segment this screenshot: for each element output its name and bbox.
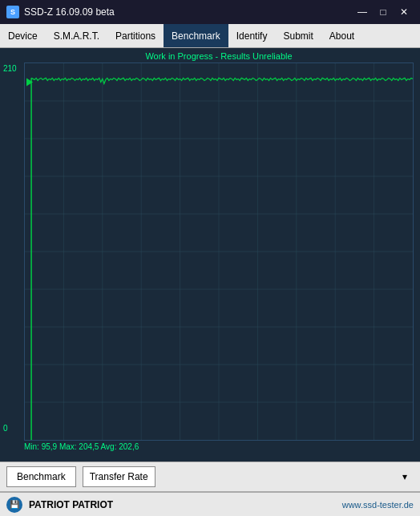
menu-item-about[interactable]: About [321,24,362,47]
menu-item-partitions[interactable]: Partitions [107,24,164,47]
chart-container: Work in Progress - Results Unreliable [0,48,420,462]
title-bar: S SSD-Z 16.09.09 beta — □ ✕ [0,0,420,24]
benchmark-button[interactable]: Benchmark [6,466,76,487]
chart-title: Work in Progress - Results Unreliable [24,51,414,61]
website-link: www.ssd-tester.de [342,500,414,510]
status-bar: 💾 PATRIOT PATRIOT www.ssd-tester.de [0,492,420,516]
menu-item-submit[interactable]: Submit [275,24,321,47]
bottom-toolbar: Benchmark Transfer Rate Access Time Burs… [0,462,420,492]
select-wrapper: Transfer Rate Access Time Burst Rate [83,466,414,487]
menu-item-benchmark[interactable]: Benchmark [164,24,228,47]
chart-stats: Min: 95,9 Max: 204,5 Avg: 202,6 [24,442,414,451]
status-icon: 💾 [6,497,22,513]
menu-bar: Device S.M.A.R.T. Partitions Benchmark I… [0,24,420,48]
maximize-button[interactable]: □ [374,4,393,20]
menu-item-smart[interactable]: S.M.A.R.T. [46,24,107,47]
minimize-button[interactable]: — [353,4,372,20]
device-name: PATRIOT PATRIOT [29,499,113,510]
title-text: SSD-Z 16.09.09 beta [24,6,115,18]
main-content: 210 0 Work in Progress - Results Unrelia… [0,48,420,462]
title-left: S SSD-Z 16.09.09 beta [6,6,115,18]
chart-area [24,62,414,441]
transfer-rate-select[interactable]: Transfer Rate Access Time Burst Rate [83,466,155,487]
chart-svg [25,63,413,440]
menu-item-identify[interactable]: Identify [228,24,276,47]
app-icon: S [6,6,19,18]
menu-item-device[interactable]: Device [0,24,46,47]
title-controls: — □ ✕ [353,4,414,20]
close-button[interactable]: ✕ [394,4,414,20]
